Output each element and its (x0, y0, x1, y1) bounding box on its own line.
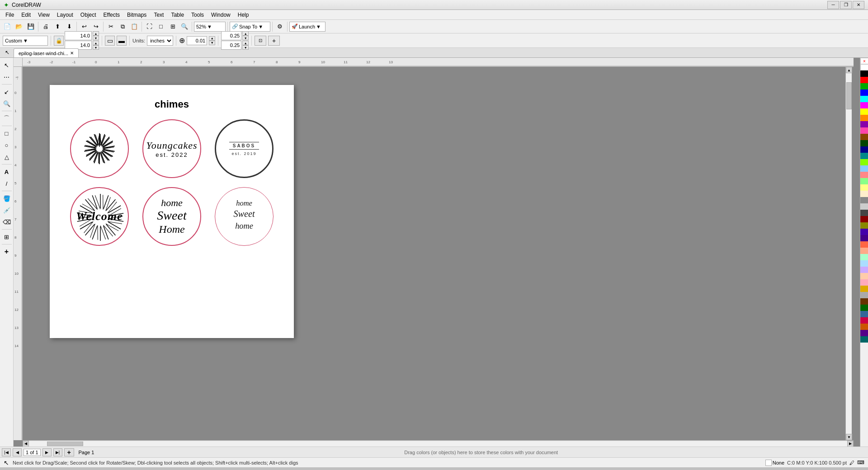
item-sunburst[interactable] (70, 119, 129, 178)
n2-down[interactable]: ▼ (242, 45, 249, 50)
rect-tool[interactable]: □ (1, 128, 12, 139)
color-none[interactable]: × (860, 58, 868, 64)
redo-button[interactable]: ↪ (90, 21, 101, 32)
document-tab[interactable]: epilog-laser-wind-chi... ✕ (14, 48, 79, 57)
swatch-darkcyan[interactable] (860, 336, 868, 343)
height-up[interactable]: ▲ (93, 41, 99, 45)
drag-color-area[interactable]: Drag colors (or objects) here to store t… (96, 450, 866, 455)
eyedropper-tool[interactable]: 💉 (1, 205, 12, 216)
swatch-blue[interactable] (860, 89, 868, 96)
swatch-lightgreen[interactable] (860, 178, 868, 184)
next-page-btn[interactable]: ▶ (42, 448, 52, 456)
swatch-olive[interactable] (860, 222, 868, 229)
menu-table[interactable]: Table (167, 11, 188, 19)
swatch-red[interactable] (860, 77, 868, 83)
swatch-maroon[interactable] (860, 216, 868, 222)
menu-window[interactable]: Window (208, 11, 234, 19)
open-button[interactable]: 📂 (14, 21, 24, 32)
swatch-teal[interactable] (860, 153, 868, 159)
zoom-tool[interactable]: 🔍 (1, 98, 12, 109)
menu-object[interactable]: Object (77, 11, 100, 19)
scroll-up-btn[interactable]: ▲ (846, 67, 852, 73)
circle-tool[interactable]: ○ (1, 140, 12, 150)
scroll-down-btn[interactable]: ▼ (846, 434, 852, 440)
import-button[interactable]: ⬆ (52, 21, 63, 32)
scroll-thumb[interactable] (47, 442, 83, 446)
line-tool[interactable]: / (1, 178, 12, 189)
x-up[interactable]: ▲ (209, 36, 215, 41)
swatch-mint[interactable] (860, 254, 868, 260)
add-page-button[interactable]: + (268, 36, 280, 46)
minimize-button[interactable]: ─ (827, 1, 839, 9)
grid-button[interactable]: ⊞ (167, 21, 178, 32)
swatch-lightgray[interactable] (860, 203, 868, 210)
landscape-button[interactable]: ▬ (117, 36, 127, 46)
zoom-dropdown[interactable]: 52% ▼ (194, 22, 226, 32)
menu-layout[interactable]: Layout (53, 11, 77, 19)
swatch-darkgray[interactable] (860, 210, 868, 216)
swatch-darkgreen[interactable] (860, 140, 868, 146)
swatch-gray[interactable] (860, 197, 868, 203)
width-input[interactable] (65, 31, 92, 40)
curve-tool[interactable]: ⌒ (1, 113, 12, 124)
preset-dropdown[interactable]: Custom ▼ (3, 36, 48, 46)
swatch-forestgreen[interactable] (860, 305, 868, 311)
export-button[interactable]: ⬇ (64, 21, 75, 32)
print-button[interactable]: 🖨 (40, 21, 51, 32)
swatch-lime[interactable] (860, 159, 868, 165)
undo-button[interactable]: ↩ (79, 21, 90, 32)
item-welcome[interactable]: Welcome (70, 187, 129, 246)
new-button[interactable]: 📄 (2, 21, 13, 32)
menu-bitmaps[interactable]: Bitmaps (123, 11, 150, 19)
node-tool[interactable]: ⋯ (1, 71, 12, 82)
add-tool[interactable]: + (1, 246, 12, 257)
item-home-sweet-home[interactable]: home Sweet Home (142, 187, 201, 246)
blend-tool[interactable]: ⊞ (1, 231, 12, 242)
last-page-btn[interactable]: ▶| (53, 448, 62, 456)
swatch-lightyellow[interactable] (860, 184, 868, 191)
nudge2-input[interactable] (221, 41, 241, 50)
swatch-darkorange[interactable] (860, 324, 868, 330)
copy-button[interactable]: ⧉ (117, 21, 128, 32)
swatch-lightred[interactable] (860, 172, 868, 178)
options-button[interactable]: ⚙ (274, 21, 285, 32)
menu-file[interactable]: File (2, 11, 18, 19)
height-down[interactable]: ▼ (93, 45, 99, 50)
add-page-btn2[interactable]: + (64, 448, 74, 456)
select-tool[interactable]: ↖ (2, 47, 13, 58)
portrait-button[interactable]: ▭ (105, 36, 115, 46)
n1-up[interactable]: ▲ (242, 31, 249, 36)
menu-view[interactable]: View (34, 11, 53, 19)
canvas-area[interactable]: // rendered via CSS below -3 -2 -1 0 1 2… (14, 58, 860, 446)
close-button[interactable]: ✕ (853, 1, 864, 9)
polygon-tool[interactable]: △ (1, 151, 12, 162)
swatch-magenta[interactable] (860, 102, 868, 108)
first-page-btn[interactable]: |◀ (2, 448, 11, 456)
swatch-cream[interactable] (860, 191, 868, 197)
scroll-track[interactable] (29, 441, 847, 446)
full-screen-button[interactable]: ⛶ (144, 21, 155, 32)
x-input[interactable] (187, 36, 207, 45)
freehand-tool[interactable]: ↙ (1, 86, 12, 97)
snap-to-dropdown[interactable]: 🔗 Snap To ▼ (230, 22, 270, 32)
swatch-white[interactable] (860, 64, 868, 70)
item-home-sweet-home2[interactable]: home Sweet home (215, 187, 274, 246)
fit-page-button[interactable]: ⊡ (255, 36, 266, 46)
arrow-tool[interactable]: ↖ (1, 60, 12, 70)
swatch-orange[interactable] (860, 115, 868, 121)
x-down[interactable]: ▼ (209, 41, 215, 45)
swatch-crimson[interactable] (860, 317, 868, 324)
swatch-cyan[interactable] (860, 96, 868, 102)
vscroll-track[interactable] (846, 73, 852, 434)
swatch-purple[interactable] (860, 121, 868, 127)
launch-dropdown[interactable]: 🚀 Launch ▼ (289, 22, 326, 32)
menu-help[interactable]: Help (234, 11, 253, 19)
swatch-chocolate[interactable] (860, 298, 868, 305)
tab-close[interactable]: ✕ (70, 51, 74, 56)
swatch-yellow[interactable] (860, 108, 868, 115)
swatch-lightblue[interactable] (860, 165, 868, 172)
swatch-violet[interactable] (860, 229, 868, 235)
save-button[interactable]: 💾 (25, 21, 36, 32)
scroll-left-btn[interactable]: ◀ (23, 441, 29, 447)
restore-button[interactable]: ❐ (840, 1, 852, 9)
